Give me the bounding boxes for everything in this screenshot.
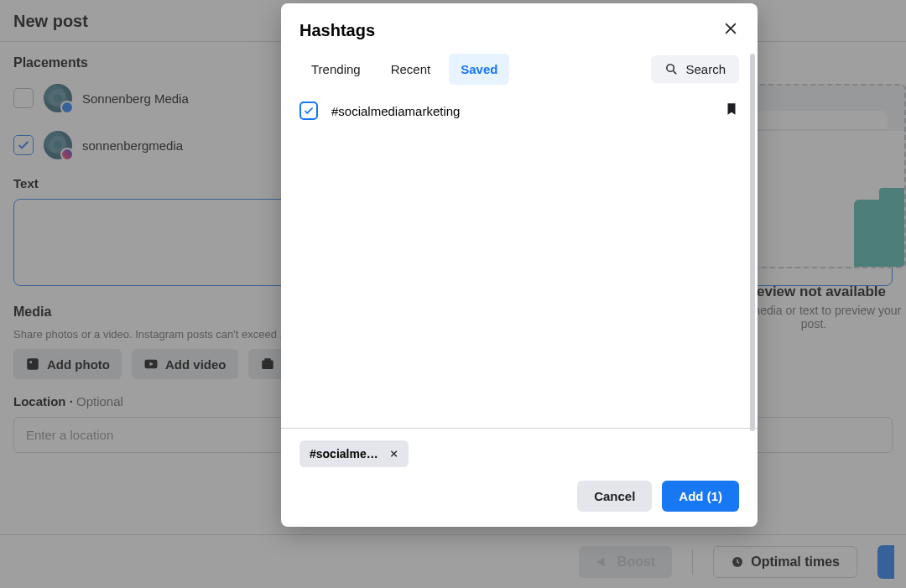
modal-tabs: Trending Recent Saved Search [281, 54, 758, 91]
search-icon [664, 62, 679, 76]
modal-footer: #socialmed… Cancel Add (1) [281, 428, 758, 527]
selected-hashtag-chip: #socialmed… [299, 440, 409, 467]
modal-title: Hashtags [299, 21, 375, 40]
tab-saved[interactable]: Saved [449, 54, 509, 85]
cancel-button[interactable]: Cancel [577, 481, 652, 512]
add-button[interactable]: Add (1) [662, 481, 739, 512]
remove-chip-icon[interactable] [389, 449, 398, 459]
hashtag-item[interactable]: #socialmediamarketing [299, 96, 739, 125]
hashtag-text: #socialmediamarketing [331, 104, 711, 118]
chip-label: #socialmed… [310, 447, 381, 461]
search-label: Search [685, 62, 726, 76]
svg-point-6 [667, 65, 674, 72]
hashtag-checkbox[interactable] [299, 101, 318, 120]
hashtag-list: #socialmediamarketing [281, 91, 758, 428]
hashtags-modal: Hashtags Trending Recent Saved Search #s… [281, 3, 758, 527]
search-button[interactable]: Search [651, 55, 739, 83]
tab-recent[interactable]: Recent [379, 54, 443, 85]
close-icon [722, 20, 739, 37]
check-icon [303, 105, 315, 117]
scrollbar[interactable] [750, 54, 755, 431]
bookmark-saved-icon[interactable] [724, 101, 739, 120]
tab-trending[interactable]: Trending [299, 54, 372, 85]
close-button[interactable] [722, 20, 739, 40]
